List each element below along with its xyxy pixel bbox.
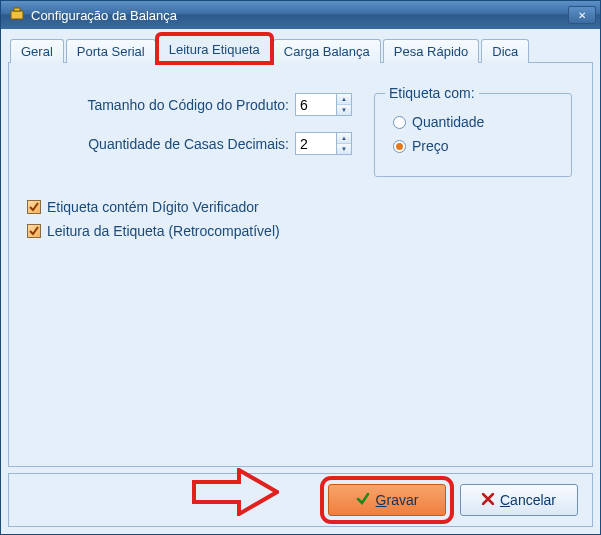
check-label: Etiqueta contém Dígito Verificador [47, 199, 259, 215]
group-etiqueta-com: Etiqueta com: Quantidade Preço [374, 93, 572, 177]
check-green-icon [356, 492, 370, 509]
button-label: Cancelar [500, 492, 556, 508]
checkbox-icon [27, 200, 41, 214]
input-casas-decimais[interactable] [295, 132, 337, 155]
checkbox-area: Etiqueta contém Dígito Verificador Leitu… [27, 199, 574, 239]
svg-rect-0 [11, 11, 23, 19]
tab-dica[interactable]: Dica [481, 39, 529, 63]
close-icon: ✕ [578, 10, 586, 21]
app-icon [9, 7, 25, 23]
cancelar-button[interactable]: Cancelar [460, 484, 578, 516]
radio-preco[interactable]: Preço [393, 138, 553, 154]
check-retrocompativel[interactable]: Leitura da Etiqueta (Retrocompatível) [27, 223, 574, 239]
x-red-icon [482, 492, 494, 508]
fields-column: Tamanho do Código do Produto: ▲ ▼ Quanti… [27, 93, 362, 171]
spinner-tamanho-codigo: ▲ ▼ [295, 93, 352, 116]
window-title: Configuração da Balança [31, 8, 568, 23]
check-label: Leitura da Etiqueta (Retrocompatível) [47, 223, 280, 239]
close-button[interactable]: ✕ [568, 6, 596, 24]
tab-leitura-etiqueta[interactable]: Leitura Etiqueta [158, 35, 271, 62]
button-bar: Gravar Cancelar [8, 473, 593, 527]
spin-down-icon[interactable]: ▼ [337, 144, 351, 154]
radio-icon [393, 140, 406, 153]
annotation-arrow-icon [189, 468, 279, 516]
button-label: Gravar [376, 492, 419, 508]
tab-strip: Geral Porta Serial Leitura Etiqueta Carg… [10, 35, 593, 62]
spinner-casas-decimais: ▲ ▼ [295, 132, 352, 155]
top-row: Tamanho do Código do Produto: ▲ ▼ Quanti… [27, 93, 574, 177]
spinner-buttons: ▲ ▼ [337, 132, 352, 155]
field-casas-decimais: Quantidade de Casas Decimais: ▲ ▼ [27, 132, 362, 155]
label-casas-decimais: Quantidade de Casas Decimais: [88, 136, 289, 152]
client-area: Geral Porta Serial Leitura Etiqueta Carg… [2, 29, 599, 533]
svg-rect-1 [14, 8, 20, 11]
tab-geral[interactable]: Geral [10, 39, 64, 63]
radio-quantidade[interactable]: Quantidade [393, 114, 553, 130]
group-title: Etiqueta com: [385, 85, 479, 101]
tab-porta-serial[interactable]: Porta Serial [66, 39, 156, 63]
radio-label: Quantidade [412, 114, 484, 130]
check-digito-verificador[interactable]: Etiqueta contém Dígito Verificador [27, 199, 574, 215]
titlebar: Configuração da Balança ✕ [1, 1, 600, 29]
tab-pesa-rapido[interactable]: Pesa Rápido [383, 39, 479, 63]
checkbox-icon [27, 224, 41, 238]
spin-up-icon[interactable]: ▲ [337, 94, 351, 105]
field-tamanho-codigo: Tamanho do Código do Produto: ▲ ▼ [27, 93, 362, 116]
radio-label: Preço [412, 138, 449, 154]
spin-down-icon[interactable]: ▼ [337, 105, 351, 115]
gravar-button[interactable]: Gravar [328, 484, 446, 516]
window-frame: Configuração da Balança ✕ Geral Porta Se… [0, 0, 601, 535]
spinner-buttons: ▲ ▼ [337, 93, 352, 116]
radio-icon [393, 116, 406, 129]
label-tamanho-codigo: Tamanho do Código do Produto: [87, 97, 289, 113]
input-tamanho-codigo[interactable] [295, 93, 337, 116]
tab-carga-balanca[interactable]: Carga Balança [273, 39, 381, 63]
spin-up-icon[interactable]: ▲ [337, 133, 351, 144]
tab-page-leitura-etiqueta: Tamanho do Código do Produto: ▲ ▼ Quanti… [8, 62, 593, 467]
